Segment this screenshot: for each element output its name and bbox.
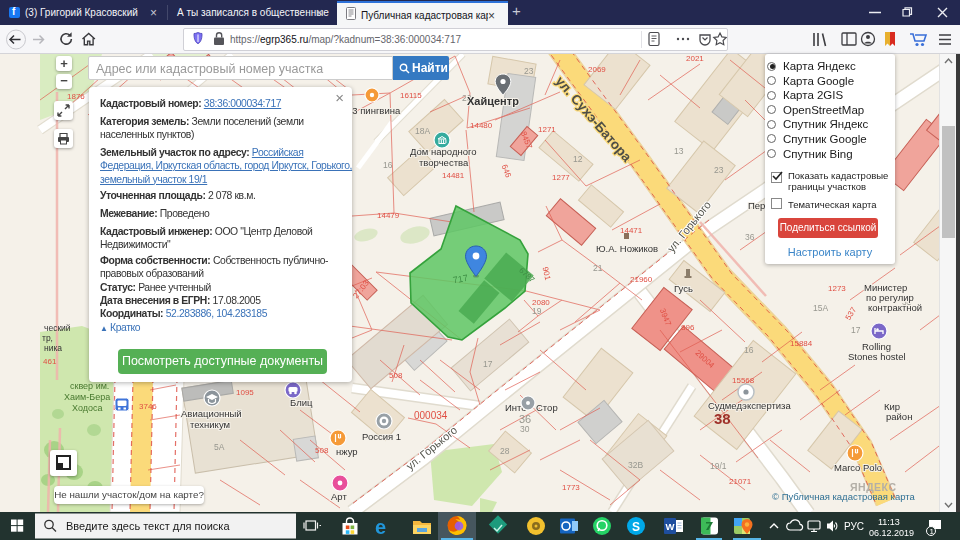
svg-text:2069: 2069 [588,65,606,74]
svg-text:646: 646 [500,163,514,179]
svg-text:8457: 8457 [519,130,534,150]
svg-text:000034: 000034 [414,410,448,421]
svg-text:ул. Горького: ул. Горького [665,199,713,255]
svg-text:6787: 6787 [517,266,537,285]
svg-text:23: 23 [524,66,534,76]
svg-text:27:03: 27:03 [351,278,371,300]
svg-text:Стор: Стор [536,402,558,413]
svg-text:1: 1 [930,527,935,536]
svg-text:Введите здесь текст для поиска: Введите здесь текст для поиска [66,520,230,532]
svg-text:творчества: творчества [419,157,469,168]
svg-text:Stones hostel: Stones hostel [848,351,906,362]
svg-text:1273: 1273 [828,284,846,293]
svg-text:15884: 15884 [790,339,813,348]
svg-text:Marco Polo: Marco Polo [834,462,882,473]
svg-text:19/1: 19/1 [710,461,727,471]
svg-text:28: 28 [500,446,510,456]
svg-text:15А: 15А [813,303,828,313]
svg-text:сквер им.: сквер им. [70,381,109,391]
svg-text:13: 13 [674,146,684,156]
svg-text:16: 16 [383,160,393,170]
svg-text:36: 36 [745,232,755,242]
svg-text:38: 38 [714,410,731,427]
svg-text:1773: 1773 [562,483,580,492]
svg-text:18А: 18А [415,126,430,136]
svg-text:РУС: РУС [844,521,864,532]
svg-text:ника: ника [44,343,62,353]
svg-text:21071: 21071 [729,477,752,486]
svg-text:32В: 32В [628,460,643,470]
svg-text:Арт: Арт [331,491,347,502]
svg-text:17: 17 [483,359,493,369]
svg-text:Гусь: Гусь [674,283,693,294]
svg-text:Ю.А. Ножиков: Ю.А. Ножиков [596,243,658,254]
svg-text:контрактной: контрактной [868,302,922,313]
svg-text:Хаим-Бера: Хаим-Бера [64,392,110,402]
svg-text:1876: 1876 [67,92,85,101]
svg-text:21: 21 [593,263,603,273]
svg-text:14480: 14480 [470,121,493,130]
svg-text:© Публичная кадастровая карта: © Публичная кадастровая карта [772,491,916,502]
svg-text:11:13: 11:13 [878,517,900,527]
svg-text:717: 717 [452,273,469,285]
svg-text:461: 461 [43,357,57,366]
svg-text:2021: 2021 [686,54,704,63]
svg-text:06.12.2019: 06.12.2019 [869,528,914,538]
svg-text:Ходоса: Ходоса [72,403,102,413]
svg-text:896: 896 [681,323,695,332]
svg-text:ческий: ческий [44,323,71,333]
svg-text:W: W [666,521,675,532]
svg-text:ул. Сухэ-Батора: ул. Сухэ-Батора [552,73,634,165]
svg-text:район: район [886,411,912,422]
svg-text:1271: 1271 [538,125,556,134]
svg-text:29004: 29004 [693,348,716,370]
svg-text:Судмедэкспертиза: Судмедэкспертиза [708,400,791,411]
svg-text:S: S [632,520,640,534]
svg-text:3746: 3746 [139,402,157,411]
svg-text:16: 16 [744,345,754,355]
svg-text:21960: 21960 [630,275,653,284]
svg-text:ул. Горького: ул. Горького [404,424,460,472]
svg-text:Россия 1: Россия 1 [362,431,401,442]
svg-text:Авиационный: Авиационный [181,408,242,419]
svg-text:Блиц: Блиц [290,397,313,408]
svg-text:Хайцентр: Хайцентр [467,95,519,107]
svg-text:537: 537 [844,305,859,322]
svg-text:14471: 14471 [620,226,643,235]
svg-text:901: 901 [541,266,553,281]
svg-text:14479: 14479 [377,211,400,220]
svg-text:36: 36 [519,413,531,425]
svg-text:техникум: техникум [190,419,230,430]
svg-text:12: 12 [573,154,583,164]
svg-text:Пер: Пер [748,200,765,211]
svg-text:33 пингвина: 33 пингвина [347,105,401,116]
svg-text:508: 508 [389,371,403,380]
svg-text:16115: 16115 [400,91,422,100]
svg-text:нжур: нжур [336,446,358,457]
svg-text:19: 19 [532,306,542,316]
svg-text:23: 23 [714,165,724,175]
svg-text:5А: 5А [214,442,225,452]
svg-text:17: 17 [851,325,861,335]
svg-text:e: e [375,516,386,538]
svg-text:3947: 3947 [658,307,673,327]
svg-text:14481: 14481 [442,171,465,180]
svg-text:тр,: тр, [42,333,53,343]
svg-text:508: 508 [315,446,329,455]
svg-text:30: 30 [520,424,530,434]
svg-text:1095: 1095 [236,388,254,397]
svg-text:1277: 1277 [552,173,570,182]
